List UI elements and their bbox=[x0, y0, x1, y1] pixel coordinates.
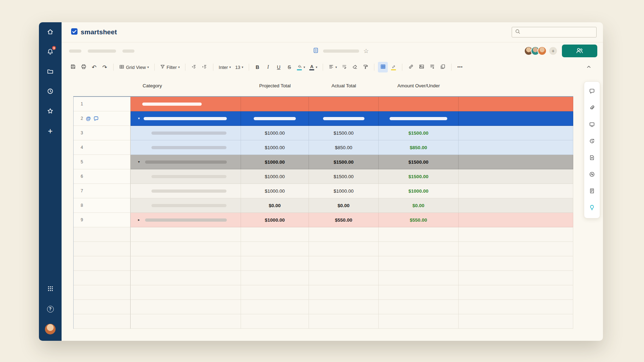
view-selector[interactable]: Grid View ▾ bbox=[117, 62, 151, 72]
projected-cell[interactable]: $1000.00 bbox=[241, 213, 309, 227]
trailing-cell[interactable] bbox=[459, 140, 573, 155]
projected-cell[interactable] bbox=[241, 111, 309, 126]
nav-recents-button[interactable] bbox=[44, 87, 57, 97]
global-search[interactable] bbox=[512, 27, 597, 37]
over-under-cell[interactable]: $1500.00 bbox=[379, 155, 459, 169]
text-options-button[interactable] bbox=[427, 62, 437, 72]
row-number-cell[interactable] bbox=[74, 256, 131, 271]
over-under-cell[interactable] bbox=[379, 314, 459, 329]
actual-cell[interactable]: $1500.00 bbox=[309, 169, 379, 184]
row-number-cell[interactable]: 1 bbox=[74, 97, 131, 111]
row-number-cell[interactable] bbox=[74, 300, 131, 314]
actual-cell[interactable] bbox=[309, 97, 379, 111]
trailing-cell[interactable] bbox=[459, 213, 573, 227]
over-under-cell[interactable] bbox=[379, 256, 459, 271]
smart-tips-button[interactable] bbox=[585, 200, 599, 216]
collaborator-avatar[interactable] bbox=[537, 46, 547, 56]
over-under-cell[interactable]: $1500.00 bbox=[379, 126, 459, 140]
trailing-cell[interactable] bbox=[459, 256, 573, 271]
italic-button[interactable]: I bbox=[263, 62, 273, 72]
font-selector[interactable]: Inter ▾ bbox=[217, 62, 233, 72]
projected-cell[interactable]: $1000.00 bbox=[241, 140, 309, 155]
projected-cell[interactable] bbox=[241, 227, 309, 242]
nav-apps-button[interactable] bbox=[44, 284, 57, 294]
category-cell[interactable] bbox=[131, 184, 241, 198]
trailing-cell[interactable] bbox=[459, 126, 573, 140]
row-number-cell[interactable] bbox=[74, 314, 131, 329]
category-cell[interactable] bbox=[131, 140, 241, 155]
redo-button[interactable]: ↷ bbox=[100, 62, 110, 72]
category-cell[interactable] bbox=[131, 198, 241, 213]
attachments-button[interactable] bbox=[585, 100, 599, 117]
column-header-projected-total[interactable]: Projected Total bbox=[241, 83, 309, 88]
row-number-cell[interactable]: 2@ bbox=[74, 111, 131, 126]
category-cell[interactable] bbox=[131, 126, 241, 140]
trailing-cell[interactable] bbox=[459, 169, 573, 184]
align-button[interactable]: ▾ bbox=[327, 62, 339, 72]
collapse-toggle-icon[interactable]: ▾ bbox=[138, 160, 140, 164]
trailing-cell[interactable] bbox=[459, 271, 573, 285]
projected-cell[interactable] bbox=[241, 256, 309, 271]
trailing-cell[interactable] bbox=[459, 111, 573, 126]
row-number-cell[interactable]: 8 bbox=[74, 198, 131, 213]
over-under-cell[interactable]: $1500.00 bbox=[379, 169, 459, 184]
category-cell[interactable] bbox=[131, 256, 241, 271]
category-cell[interactable] bbox=[131, 300, 241, 314]
actual-cell[interactable] bbox=[309, 314, 379, 329]
trailing-cell[interactable] bbox=[459, 155, 573, 169]
trailing-cell[interactable] bbox=[459, 97, 573, 111]
over-under-cell[interactable]: $850.00 bbox=[379, 140, 459, 155]
wrap-text-button[interactable] bbox=[339, 62, 349, 72]
highlight-button[interactable] bbox=[389, 62, 398, 72]
projected-cell[interactable]: $1000.00 bbox=[241, 155, 309, 169]
nav-help-button[interactable]: ? bbox=[44, 304, 57, 314]
activity-log-button[interactable] bbox=[585, 167, 599, 183]
update-requests-button[interactable] bbox=[585, 133, 599, 150]
nav-notifications-button[interactable]: 3 bbox=[44, 47, 57, 57]
category-cell[interactable]: ▾ bbox=[131, 155, 241, 169]
more-button[interactable]: ••• bbox=[455, 62, 465, 72]
trailing-cell[interactable] bbox=[459, 198, 573, 213]
image-button[interactable] bbox=[416, 62, 426, 72]
category-cell[interactable]: ▸ bbox=[131, 213, 241, 227]
category-cell[interactable] bbox=[131, 285, 241, 300]
category-cell[interactable] bbox=[131, 227, 241, 242]
category-cell[interactable] bbox=[131, 314, 241, 329]
column-header-amount-over-under[interactable]: Amount Over/Under bbox=[379, 83, 459, 88]
trailing-cell[interactable] bbox=[459, 184, 573, 198]
filter-selector[interactable]: Filter ▾ bbox=[158, 62, 182, 72]
save-button[interactable] bbox=[68, 62, 78, 72]
table-toggle-button[interactable] bbox=[378, 62, 388, 72]
actual-cell[interactable]: $550.00 bbox=[309, 213, 379, 227]
projected-cell[interactable]: $1000.00 bbox=[241, 184, 309, 198]
projected-cell[interactable] bbox=[241, 271, 309, 285]
link-button[interactable] bbox=[406, 62, 416, 72]
print-button[interactable] bbox=[79, 62, 88, 72]
actual-cell[interactable]: $1000.00 bbox=[309, 184, 379, 198]
actual-cell[interactable] bbox=[309, 111, 379, 126]
outdent-button[interactable] bbox=[189, 62, 199, 72]
actual-cell[interactable] bbox=[309, 227, 379, 242]
underline-button[interactable]: U bbox=[274, 62, 284, 72]
indent-button[interactable] bbox=[200, 62, 209, 72]
row-number-cell[interactable]: 5 bbox=[74, 155, 131, 169]
over-under-cell[interactable] bbox=[379, 227, 459, 242]
projected-cell[interactable] bbox=[241, 285, 309, 300]
column-header-category[interactable]: Category bbox=[131, 83, 241, 88]
comment-icon[interactable] bbox=[93, 116, 99, 121]
row-number-cell[interactable] bbox=[74, 285, 131, 300]
trailing-cell[interactable] bbox=[459, 227, 573, 242]
trailing-cell[interactable] bbox=[459, 314, 573, 329]
trailing-cell[interactable] bbox=[459, 242, 573, 256]
trailing-cell[interactable] bbox=[459, 300, 573, 314]
over-under-cell[interactable] bbox=[379, 300, 459, 314]
copy-button[interactable] bbox=[438, 62, 448, 72]
projected-cell[interactable] bbox=[241, 314, 309, 329]
actual-cell[interactable] bbox=[309, 271, 379, 285]
publish-button[interactable] bbox=[585, 150, 599, 167]
over-under-cell[interactable]: $0.00 bbox=[379, 198, 459, 213]
strikethrough-button[interactable]: S bbox=[284, 62, 294, 72]
format-painter-button[interactable] bbox=[361, 62, 370, 72]
font-size-selector[interactable]: 13 ▾ bbox=[234, 62, 245, 72]
projected-cell[interactable]: $1000.00 bbox=[241, 169, 309, 184]
